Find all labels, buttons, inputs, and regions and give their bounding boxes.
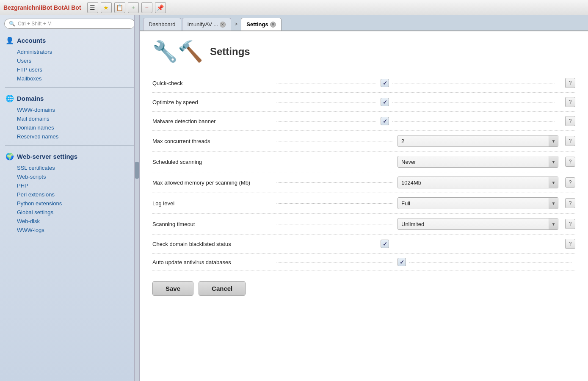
scanning-timeout-value: Unlimited [398,221,549,227]
star-button[interactable]: ★ [101,2,112,13]
optimize-speed-help[interactable]: ? [565,97,575,107]
sidebar-item-ssl[interactable]: SSL certificates [5,163,134,172]
max-threads-value: 2 [398,138,549,144]
max-memory-arrow[interactable]: ▼ [549,177,558,188]
optimize-speed-right-dots [392,102,555,102]
log-level-help[interactable]: ? [565,198,575,208]
setting-row-log-level: Log level Full ▼ ? [152,193,575,214]
domain-blacklisted-label: Check domain blacklisted status [152,241,271,247]
malware-banner-control [381,117,558,125]
settings-panel: 🔧🔨 Settings Quick-check ? Optimize by sp… [140,30,588,381]
domain-blacklisted-right-dots [392,244,555,244]
sidebar-item-www-logs[interactable]: WWW-logs [5,226,134,235]
pin-button[interactable]: 📌 [155,2,166,13]
sidebar-item-mail-domains[interactable]: Mail domains [5,114,134,123]
scanning-timeout-select[interactable]: Unlimited ▼ [398,218,558,230]
auto-update-control [398,258,575,266]
sidebar: 🔍 Ctrl + Shift + M 👤 Accounts Administra… [0,15,140,381]
sidebar-item-web-scripts[interactable]: Web-scripts [5,172,134,181]
auto-update-dots [276,262,392,262]
domains-icon: 🌐 [5,94,14,103]
max-memory-label: Max allowed memory per scanning (Mb) [152,179,271,186]
log-level-select[interactable]: Full ▼ [398,197,558,209]
malware-banner-right-dots [392,121,555,121]
scrollbar-thumb[interactable] [135,162,139,179]
cancel-button[interactable]: Cancel [199,281,246,296]
tab-imunifyav[interactable]: ImunifyAV ... ✕ [182,18,232,30]
accounts-header: 👤 Accounts [5,36,134,45]
search-placeholder: Ctrl + Shift + M [18,21,52,27]
toolbar-title: BezgranichniiBot BotAI Bot [3,4,81,11]
max-threads-help[interactable]: ? [565,136,575,146]
setting-row-max-threads: Max concurrent threads 2 ▼ ? [152,131,575,152]
sidebar-item-www-domains[interactable]: WWW-domains [5,105,134,114]
sidebar-item-perl[interactable]: Perl extensions [5,190,134,199]
add-button[interactable]: + [128,2,139,13]
auto-update-checkbox[interactable] [398,258,406,266]
sidebar-item-mailboxes[interactable]: Mailboxes [5,74,134,83]
malware-banner-help[interactable]: ? [565,116,575,126]
scheduled-scanning-help[interactable]: ? [565,157,575,167]
action-buttons: Save Cancel [152,281,575,296]
sidebar-item-ftp-users[interactable]: FTP users [5,65,134,74]
setting-row-optimize-speed: Optimize by speed ? [152,93,575,112]
auto-update-label: Auto update antivirus databases [152,259,271,265]
search-bar[interactable]: 🔍 Ctrl + Shift + M [4,19,135,29]
max-memory-help[interactable]: ? [565,177,575,188]
setting-row-auto-update: Auto update antivirus databases [152,254,575,271]
max-memory-select[interactable]: 1024Mb ▼ [398,177,558,188]
sidebar-item-python[interactable]: Python extensions [5,199,134,208]
tab-imunifyav-close[interactable]: ✕ [220,22,226,28]
domain-blacklisted-checkbox[interactable] [381,240,389,248]
log-level-dots [276,203,392,204]
scheduled-scanning-arrow[interactable]: ▼ [549,156,558,167]
webserver-icon: 🌍 [5,152,14,161]
domain-blacklisted-help[interactable]: ? [565,239,575,249]
setting-row-max-memory: Max allowed memory per scanning (Mb) 102… [152,172,575,193]
sidebar-item-domain-names[interactable]: Domain names [5,123,134,132]
tab-dashboard[interactable]: Dashboard [143,18,181,30]
log-level-arrow[interactable]: ▼ [549,198,558,209]
max-threads-arrow[interactable]: ▼ [549,135,558,146]
scanning-timeout-label: Scanning timeout [152,221,271,227]
sidebar-item-users[interactable]: Users [5,56,134,65]
max-memory-dots [276,182,392,183]
setting-row-domain-blacklisted: Check domain blacklisted status ? [152,235,575,254]
search-icon: 🔍 [9,21,15,27]
sidebar-item-global-settings[interactable]: Global settings [5,208,134,217]
sidebar-item-web-disk[interactable]: Web-disk [5,217,134,226]
tab-settings-close[interactable]: ✕ [270,22,276,28]
sidebar-item-administrators[interactable]: Administrators [5,47,134,56]
tab-settings[interactable]: Settings ✕ [241,18,281,30]
scanning-timeout-arrow[interactable]: ▼ [549,218,558,229]
max-threads-select[interactable]: 2 ▼ [398,135,558,147]
quick-check-control [381,79,558,87]
scheduled-scanning-label: Scheduled scanning [152,159,271,165]
clipboard-button[interactable]: 📋 [114,2,125,13]
menu-button[interactable]: ☰ [87,2,98,13]
webserver-section: 🌍 Web-server settings SSL certificates W… [0,148,139,236]
tab-arrow[interactable]: > [232,19,240,29]
toolbar: BezgranichniiBot BotAI Bot ☰ ★ 📋 + − 📌 [0,0,588,15]
setting-row-scheduled-scanning: Scheduled scanning Never ▼ ? [152,152,575,172]
remove-button[interactable]: − [141,2,152,13]
scheduled-scanning-select[interactable]: Never ▼ [398,156,558,168]
sidebar-item-reserved-names[interactable]: Reserved names [5,132,134,141]
setting-row-scanning-timeout: Scanning timeout Unlimited ▼ ? [152,214,575,235]
setting-row-quick-check: Quick-check ? [152,74,575,93]
scanning-timeout-help[interactable]: ? [565,219,575,229]
domains-divider [5,145,134,146]
save-button[interactable]: Save [152,281,193,296]
quick-check-right-dots [392,83,555,83]
malware-banner-checkbox[interactable] [381,117,389,125]
log-level-label: Log level [152,200,271,207]
quick-check-help[interactable]: ? [565,78,575,88]
tab-imunifyav-label: ImunifyAV ... [188,21,218,28]
quick-check-checkbox[interactable] [381,79,389,87]
sidebar-scrollbar[interactable] [134,15,139,381]
sidebar-item-php[interactable]: PHP [5,181,134,190]
domain-blacklisted-dots [276,244,375,244]
optimize-speed-checkbox[interactable] [381,98,389,106]
quick-check-dots [276,83,375,83]
malware-banner-dots [276,121,375,121]
